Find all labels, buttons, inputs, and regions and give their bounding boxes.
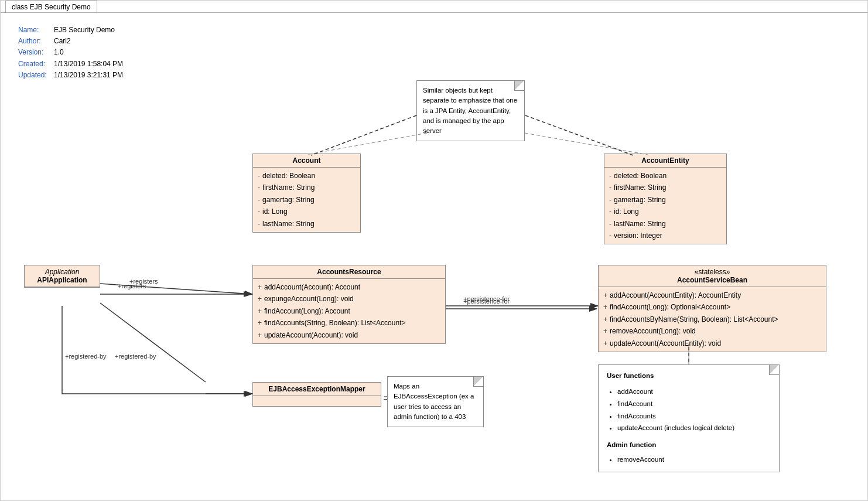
version-key: Version: [18, 47, 50, 58]
user-functions-title: User functions [607, 371, 771, 381]
account-service-bean-class[interactable]: «stateless» AccountServiceBean +addAccou… [598, 265, 826, 352]
api-application-class[interactable]: Application APIApplication [24, 265, 100, 288]
account-service-bean-title: «stateless» AccountServiceBean [599, 265, 826, 287]
admin-functions-title: Admin function [607, 440, 771, 450]
note-to-account-entity-arrow [525, 115, 633, 155]
diagram-area: Name: EJB Security Demo Author: Carl2 Ve… [1, 12, 867, 500]
persist-text: +persistence-for [463, 295, 510, 302]
account-entity-class[interactable]: AccountEntity -deleted: Boolean -firstNa… [604, 154, 727, 244]
account-body: -deleted: Boolean -firstName: String -ga… [253, 168, 360, 232]
user-functions-note: User functions addAccount findAccount fi… [598, 364, 780, 472]
reg-by-path [62, 306, 252, 394]
user-functions-list: addAccount findAccount findAccounts upda… [617, 386, 771, 434]
note1-to-account [306, 133, 427, 155]
author-key: Author: [18, 36, 50, 47]
name-key: Name: [18, 25, 50, 36]
updated-val: 1/13/2019 3:21:31 PM [54, 70, 123, 81]
registers-path [100, 284, 252, 294]
tab-label[interactable]: class EJB Security Demo [5, 1, 97, 13]
registered-by-line-1 [100, 303, 206, 382]
author-val: Carl2 [54, 36, 71, 47]
accounts-resource-class[interactable]: AccountsResource +addAccount(Account): A… [252, 265, 446, 344]
persistence-for-label: +persistence-for [463, 298, 510, 305]
account-entity-title: AccountEntity [604, 154, 726, 168]
accounts-resource-body: +addAccount(Account): Account +expungeAc… [253, 279, 445, 343]
account-entity-body: -deleted: Boolean -firstName: String -ga… [604, 168, 726, 244]
diagram-container: class EJB Security Demo Name: EJB Securi… [0, 0, 868, 501]
similar-objects-note: Similar objects but kept separate to emp… [416, 80, 525, 141]
registers-label: +registers [118, 282, 146, 289]
name-val: EJB Security Demo [54, 25, 115, 36]
reg-by-text: +registered-by [65, 353, 107, 360]
created-val: 1/13/2019 1:58:04 PM [54, 59, 123, 70]
account-service-bean-body: +addAccount(AccountEntity): AccountEntit… [599, 287, 826, 352]
ejb-mapper-note: Maps an EJBAccessException (ex a user tr… [387, 376, 484, 427]
registers-text: +registers [129, 278, 158, 285]
note-to-account-arrow [311, 115, 416, 155]
admin-functions-list: removeAccount [617, 454, 771, 466]
info-panel: Name: EJB Security Demo Author: Carl2 Ve… [18, 25, 123, 81]
ejb-mapper-title: EJBAccessExceptionMapper [253, 383, 381, 396]
ejb-mapper-class[interactable]: EJBAccessExceptionMapper [252, 382, 381, 407]
updated-key: Updated: [18, 70, 50, 81]
account-class[interactable]: Account -deleted: Boolean -firstName: St… [252, 154, 361, 233]
api-application-title: Application APIApplication [25, 265, 100, 287]
note1-to-entity [525, 133, 648, 155]
registered-by-label-1: +registered-by [115, 353, 156, 360]
account-title: Account [253, 154, 360, 168]
accounts-resource-title: AccountsResource [253, 265, 445, 279]
version-val: 1.0 [54, 47, 64, 58]
created-key: Created: [18, 59, 50, 70]
